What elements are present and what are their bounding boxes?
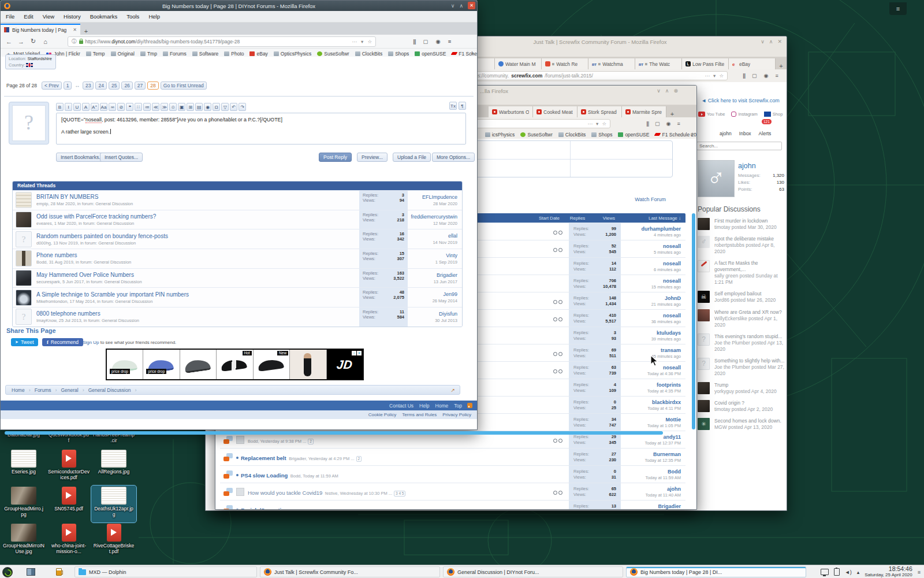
editor-toolbar-button[interactable]: Aa bbox=[100, 103, 108, 111]
thread-title-link[interactable]: Random numbers painted on boundary fence… bbox=[36, 233, 359, 239]
editor-toolbar-button[interactable]: ⊘ bbox=[117, 103, 125, 111]
last-poster-link[interactable]: noseall bbox=[621, 313, 681, 318]
adchoices-info-icon[interactable]: i bbox=[352, 351, 356, 355]
popular-discussion-item[interactable]: Something to slightly help with... Joe t… bbox=[698, 358, 785, 377]
visit-screwfix-link[interactable]: ◄ Click here to visit Screwfix.com bbox=[696, 98, 784, 103]
column-start-date[interactable]: Start Date bbox=[517, 216, 563, 221]
last-poster-link[interactable]: noseall bbox=[621, 278, 681, 284]
editor-toolbar-button[interactable]: ▽ bbox=[221, 103, 229, 111]
thread-title-link[interactable]: Phone numbers bbox=[36, 252, 359, 258]
bookmark-item[interactable]: icsPhysics bbox=[485, 132, 515, 138]
page-jump-badge[interactable]: 3 4 5 bbox=[394, 491, 405, 497]
page-number-button[interactable]: 25 bbox=[109, 81, 120, 90]
last-poster-link[interactable]: Bodd bbox=[621, 469, 681, 475]
clipboard-tray-icon[interactable] bbox=[834, 568, 840, 576]
bookmark-item[interactable]: openSUSE bbox=[415, 51, 446, 57]
tray-expander-icon[interactable]: ▴ bbox=[857, 569, 860, 575]
breadcrumb-link[interactable]: General Discussion bbox=[88, 387, 131, 393]
pocket-icon[interactable]: ▾ bbox=[596, 121, 598, 127]
desktop-icon[interactable]: GroupHeadMirroINUse.jpg bbox=[1, 523, 46, 560]
forward-icon[interactable]: → bbox=[15, 38, 27, 45]
reply-textarea[interactable]: [QUOTE="noseall, post: 4613296, member: … bbox=[56, 113, 466, 144]
editor-toolbar-button[interactable]: ≫ bbox=[161, 103, 168, 111]
browser-tab[interactable]: II Watch Re bbox=[542, 58, 588, 69]
maximize-icon[interactable]: ∧ bbox=[665, 88, 669, 94]
popular-title[interactable]: Trump bbox=[714, 382, 728, 388]
minimize-icon[interactable]: ∨ bbox=[657, 88, 661, 94]
popular-discussion-item[interactable]: Spot the deliberate mistake robertpstubb… bbox=[698, 236, 785, 255]
virtual-desktop-pager[interactable] bbox=[27, 568, 35, 576]
menu-icon[interactable]: ≡ bbox=[448, 38, 452, 45]
browser-tab[interactable]: Low Pass Filte bbox=[682, 58, 729, 69]
bookmark-item[interactable]: F1 Schedule 20 bbox=[452, 51, 478, 57]
bookmark-item[interactable]: OpticsPhysics bbox=[274, 51, 311, 57]
ad-cell[interactable]: price drop bbox=[143, 350, 180, 379]
desktop-icon[interactable]: Eseries.jpg bbox=[1, 449, 46, 486]
breadcrumb-link[interactable]: Forums bbox=[35, 387, 51, 393]
prev-page-button[interactable]: < Prev bbox=[42, 81, 62, 90]
library-icon[interactable]: ||| bbox=[646, 121, 649, 127]
last-poster-link[interactable]: Burnerman bbox=[621, 451, 681, 457]
pocket-icon[interactable]: ▾ bbox=[361, 39, 363, 45]
bookmark-item[interactable]: Software bbox=[192, 51, 219, 57]
last-poster-link[interactable]: ellal bbox=[408, 233, 457, 239]
ad-cell[interactable]: New bbox=[254, 350, 290, 379]
bookmark-item[interactable]: SuseSoftwr bbox=[520, 132, 552, 138]
insert-quotes-button[interactable]: Insert Quotes... bbox=[100, 153, 143, 162]
taskbar-task-button[interactable]: Just Talk | Screwfix Community Fo... bbox=[260, 566, 440, 577]
ad-banner[interactable]: price drop price drop bbox=[106, 349, 364, 380]
browser-tab[interactable]: II Watchma bbox=[588, 58, 635, 69]
page-1-button[interactable]: 1 bbox=[64, 81, 72, 90]
thread-title[interactable]: PS4 slow Loading bbox=[241, 472, 288, 479]
browser-tab[interactable]: II The Watc bbox=[635, 58, 682, 69]
related-thread-row[interactable]: Random numbers painted on boundary fence… bbox=[13, 229, 462, 249]
vertical-scrollbar[interactable] bbox=[692, 213, 695, 429]
last-poster-link[interactable]: Mottie bbox=[621, 417, 681, 423]
thread-row[interactable]: Replacement belt Brigadier, Yesterday at… bbox=[220, 448, 685, 465]
search-input[interactable] bbox=[696, 142, 782, 150]
bookmark-star-icon[interactable]: ☆ bbox=[367, 39, 372, 45]
account-icon[interactable]: ◉ bbox=[666, 121, 671, 127]
back-icon[interactable]: ← bbox=[3, 38, 15, 45]
editor-toolbar-button[interactable]: ❝ bbox=[126, 103, 133, 111]
browser-tab[interactable]: Warburtons O bbox=[489, 106, 533, 117]
popular-title[interactable]: Self employed bailout bbox=[714, 291, 761, 297]
menu-item[interactable]: View bbox=[43, 13, 54, 20]
account-nav-link[interactable]: Alerts bbox=[759, 131, 772, 136]
breadcrumb-link[interactable]: General bbox=[61, 387, 79, 393]
menu-item[interactable]: Tools bbox=[126, 13, 139, 20]
popular-discussion-item[interactable]: Self employed bailout Jord86 posted Mar … bbox=[698, 291, 785, 303]
post-reply-button[interactable]: Post Reply bbox=[319, 153, 352, 162]
profile-name[interactable]: ajohn bbox=[738, 162, 756, 170]
related-thread-row[interactable]: 0800 telephone numbers ImayKnow, 25 Jul … bbox=[13, 307, 462, 327]
editor-toolbar-button[interactable]: ▤ bbox=[195, 103, 203, 111]
sidebar-icon[interactable]: ▢ bbox=[655, 121, 660, 127]
last-poster-link[interactable]: durhamplumber bbox=[621, 226, 681, 232]
panel-menu-icon[interactable]: ≡ bbox=[918, 569, 921, 575]
display-tray-icon[interactable] bbox=[821, 569, 829, 575]
page-jump-badge[interactable]: 2 bbox=[308, 439, 314, 444]
last-poster-link[interactable]: Diyisfun bbox=[408, 311, 457, 317]
desktop-icon[interactable]: AllRegions.jpg bbox=[91, 449, 136, 486]
thread-row[interactable]: Burials/Cremations. conny, Thursday at 1… bbox=[220, 500, 685, 510]
taskbar-task-button[interactable]: MXD — Dolphin bbox=[74, 566, 257, 577]
page-actions-icon[interactable]: ⋯ bbox=[705, 73, 710, 79]
last-poster-link[interactable]: andy11 bbox=[621, 434, 681, 440]
page-number-button[interactable]: 27 bbox=[135, 81, 146, 90]
rss-icon[interactable] bbox=[467, 403, 472, 408]
menu-icon[interactable]: ≡ bbox=[677, 121, 680, 127]
menu-item[interactable]: History bbox=[64, 13, 81, 20]
browser-tab[interactable]: eBay bbox=[729, 58, 776, 69]
popular-discussion-item[interactable]: First murder in lockdown timotay posted … bbox=[698, 218, 785, 231]
page-actions-icon[interactable]: ⋯ bbox=[352, 39, 357, 45]
popular-discussion-item[interactable]: This evening's random stupid... Joe the … bbox=[698, 334, 785, 353]
page-jump-badge[interactable]: 2 bbox=[356, 456, 362, 462]
desktop-icon[interactable]: GroupHeadMirro.jpg bbox=[1, 486, 46, 523]
editor-toolbar-button[interactable]: ∷ bbox=[135, 103, 142, 111]
account-nav-link[interactable]: Inbox bbox=[739, 131, 751, 136]
related-thread-row[interactable]: BRITAIN BY NUMBERS empip, 28 Mar 2020, i… bbox=[13, 190, 462, 210]
account-icon[interactable]: ◉ bbox=[435, 38, 440, 45]
url-bar[interactable]: https://community.screwfix.com/forums/ju… bbox=[465, 71, 728, 80]
url-bar[interactable]: ⓘ https://www.diynot.com/diy/threads/big… bbox=[68, 36, 376, 47]
minimize-icon[interactable]: ∨ bbox=[451, 3, 455, 9]
